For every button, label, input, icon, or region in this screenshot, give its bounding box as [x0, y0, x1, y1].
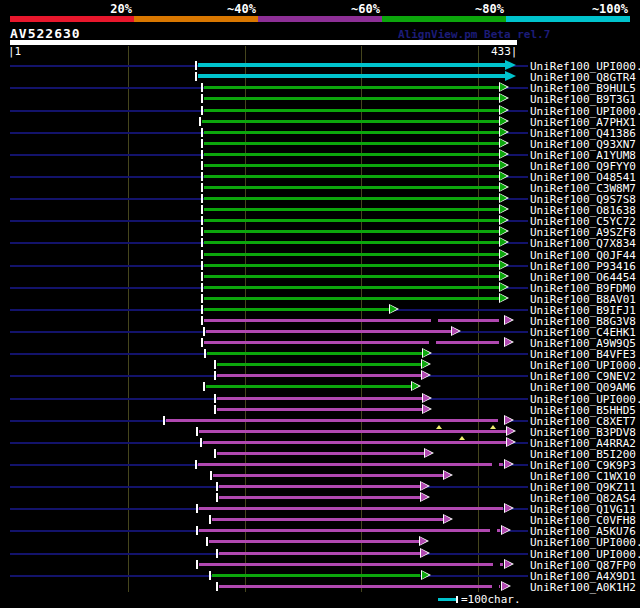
hit-bar[interactable] — [204, 109, 500, 112]
scale-legend-tick — [456, 596, 458, 603]
hit-start-tick — [200, 438, 202, 447]
hit-start-tick — [196, 560, 198, 569]
hit-arrowhead — [500, 139, 507, 147]
hit-label[interactable]: UniRef100_C9K9P3 — [530, 459, 636, 471]
hit-start-tick — [203, 382, 205, 391]
hit-bar[interactable] — [204, 97, 500, 100]
hit-bar[interactable] — [212, 518, 443, 521]
hit-bar[interactable] — [219, 496, 420, 499]
hit-label[interactable]: UniRef100_UPI000.. — [530, 536, 640, 548]
hit-arrowhead — [500, 128, 507, 136]
scale-segment — [506, 16, 630, 22]
hit-bar[interactable] — [204, 253, 500, 256]
hit-bar[interactable] — [219, 552, 420, 555]
hit-bar[interactable] — [199, 430, 506, 433]
hit-bar[interactable] — [217, 397, 422, 400]
hit-start-tick — [201, 305, 203, 314]
hit-bar[interactable] — [206, 330, 452, 333]
hit-bar[interactable] — [198, 74, 505, 78]
hit-start-tick — [216, 482, 218, 491]
hit-start-tick — [201, 272, 203, 281]
hit-bar[interactable] — [198, 463, 503, 466]
hit-start-tick — [201, 83, 203, 92]
hit-arrowhead — [505, 416, 512, 424]
hit-label[interactable]: UniRef100_B8G3V8 — [530, 315, 636, 327]
hit-bar[interactable] — [202, 120, 500, 123]
hit-arrowhead — [421, 482, 428, 490]
hit-arrowhead — [500, 161, 507, 169]
hit-arrowhead — [500, 183, 507, 191]
hit-bar[interactable] — [204, 319, 505, 322]
hit-start-tick — [201, 338, 203, 347]
hit-start-tick — [214, 394, 216, 403]
hit-bar[interactable] — [199, 507, 503, 510]
hit-start-tick — [196, 427, 198, 436]
hit-bar[interactable] — [204, 208, 500, 211]
ruler-start-label: |1 — [8, 45, 21, 58]
hit-bar[interactable] — [217, 452, 424, 455]
hit-label[interactable]: UniRef100_Q7X834 — [530, 237, 636, 249]
hit-bar[interactable] — [199, 563, 503, 566]
hit-bar[interactable] — [204, 131, 500, 134]
hit-bar[interactable] — [204, 341, 505, 344]
hit-arrowhead — [500, 227, 507, 235]
hit-arrowhead — [500, 238, 507, 246]
hit-arrowhead — [507, 438, 514, 446]
hit-bar[interactable] — [219, 485, 420, 488]
hit-bar[interactable] — [217, 408, 422, 411]
hit-bar[interactable] — [219, 585, 500, 588]
hit-bar[interactable] — [204, 197, 500, 200]
hit-bar[interactable] — [198, 63, 505, 67]
hit-start-tick — [163, 416, 165, 425]
hit-start-tick — [201, 128, 203, 137]
hit-bar[interactable] — [209, 540, 419, 543]
hit-bar[interactable] — [204, 175, 500, 178]
hit-bar[interactable] — [204, 153, 500, 156]
hit-start-tick — [201, 250, 203, 259]
hit-start-tick — [201, 227, 203, 236]
scale-legend-label: =100char. — [461, 593, 521, 606]
hit-bar[interactable] — [204, 164, 500, 167]
hit-bar[interactable] — [204, 241, 500, 244]
subject-gap-dash — [490, 529, 497, 532]
hit-bar[interactable] — [217, 363, 421, 366]
hit-arrowhead — [500, 117, 507, 125]
hit-arrowhead — [420, 537, 427, 545]
hit-bar[interactable] — [217, 374, 421, 377]
hit-bar[interactable] — [204, 286, 500, 289]
hit-arrowhead — [444, 515, 451, 523]
hit-start-tick — [206, 537, 208, 546]
hit-bar[interactable] — [204, 219, 500, 222]
hit-start-tick — [214, 360, 216, 369]
hit-start-tick — [196, 504, 198, 513]
hit-bar[interactable] — [204, 230, 500, 233]
hit-bar[interactable] — [204, 186, 500, 189]
hit-bar[interactable] — [212, 574, 420, 577]
hit-bar[interactable] — [204, 297, 500, 300]
hit-bar[interactable] — [204, 308, 390, 311]
hit-bar[interactable] — [204, 264, 500, 267]
hit-start-tick — [201, 172, 203, 181]
hit-bar[interactable] — [207, 352, 422, 355]
hit-bar[interactable] — [204, 86, 500, 89]
hit-start-tick — [201, 205, 203, 214]
hit-start-tick — [196, 526, 198, 535]
hit-label[interactable]: UniRef100_Q09AM6 — [530, 381, 636, 393]
hit-start-tick — [210, 471, 212, 480]
hit-bar[interactable] — [203, 441, 506, 444]
hit-arrowhead — [425, 449, 432, 457]
hit-arrowhead — [505, 560, 512, 568]
hit-label[interactable]: UniRef100_B9T3G1 — [530, 93, 636, 105]
hit-bar[interactable] — [206, 385, 411, 388]
hit-bar[interactable] — [204, 275, 500, 278]
hit-bar[interactable] — [166, 419, 503, 422]
hit-bar[interactable] — [213, 474, 443, 477]
hit-label[interactable]: UniRef100_A0K1H2 — [530, 581, 636, 593]
hit-bar[interactable] — [204, 142, 500, 145]
ruler-end-label: 433| — [491, 45, 518, 58]
hit-arrowhead — [500, 205, 507, 213]
hit-arrowhead — [421, 493, 428, 501]
hit-label[interactable]: UniRef100_Q9FYY0 — [530, 160, 636, 172]
hit-arrowhead — [500, 150, 507, 158]
hit-bar[interactable] — [199, 529, 500, 532]
